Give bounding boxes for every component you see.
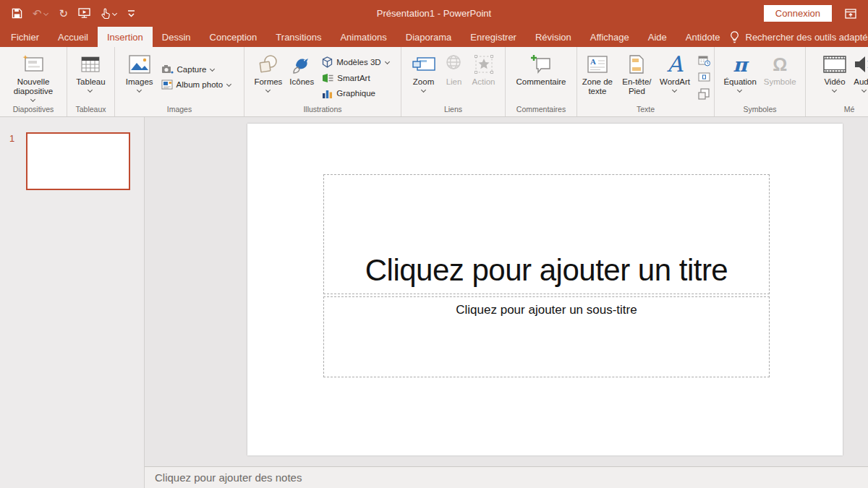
group-label-symboles: Symboles: [715, 105, 805, 116]
photo-album-button[interactable]: Album photo: [159, 78, 235, 91]
tab-revision[interactable]: Révision: [526, 27, 581, 47]
powerpoint-window: ↶ ↻ Présentation1 - PowerPoint Connexion…: [0, 0, 868, 488]
group-media: Vidéo Audio Mé: [806, 47, 868, 116]
tell-me-search[interactable]: Rechercher des outils adaptés: [730, 27, 868, 47]
start-slideshow-icon[interactable]: [78, 8, 90, 19]
group-label-images: Images: [115, 105, 244, 116]
save-icon[interactable]: [12, 8, 22, 19]
tab-antidote[interactable]: Antidote: [676, 27, 730, 47]
slide-number: 1: [9, 133, 14, 144]
audio-button[interactable]: Audio: [850, 49, 868, 105]
tab-conception[interactable]: Conception: [200, 27, 267, 47]
3d-models-button[interactable]: Modèles 3D: [320, 55, 392, 69]
table-label: Tableau: [76, 77, 105, 87]
shapes-button[interactable]: Formes: [250, 49, 286, 105]
notes-placeholder-text: Cliquez pour ajouter des notes: [155, 471, 302, 484]
comment-button[interactable]: Commentaire: [512, 49, 569, 105]
slide-thumbnail-panel[interactable]: 1: [0, 117, 145, 488]
icons-button[interactable]: Icônes: [286, 49, 318, 105]
pi-equation-icon: π: [733, 51, 747, 77]
tab-accueil[interactable]: Accueil: [48, 27, 98, 47]
group-label-diapositives: Diapositives: [0, 105, 67, 116]
svg-text:A: A: [590, 57, 596, 66]
slide-canvas[interactable]: Cliquez pour ajouter un titre Cliquez po…: [247, 124, 843, 455]
group-label-liens: Liens: [401, 105, 505, 116]
slide-number-button[interactable]: [697, 71, 711, 84]
connexion-button[interactable]: Connexion: [764, 5, 832, 22]
chart-button[interactable]: Graphique: [320, 87, 392, 100]
tab-transitions[interactable]: Transitions: [266, 27, 331, 47]
tab-diaporama[interactable]: Diaporama: [396, 27, 461, 47]
equation-label: Équation: [723, 77, 756, 87]
group-texte: A Zone de texte En-tête/ Pied A WordArt: [577, 47, 715, 116]
text-box-button[interactable]: A Zone de texte: [577, 49, 618, 105]
dropdown-chevron-icon: [832, 88, 838, 93]
video-button[interactable]: Vidéo: [820, 49, 850, 105]
images-button[interactable]: Images: [122, 49, 157, 105]
redo-icon[interactable]: ↻: [59, 8, 69, 19]
group-label-media: Mé: [806, 105, 868, 116]
slide-editor: Cliquez pour ajouter un titre Cliquez po…: [145, 117, 868, 488]
smartart-button[interactable]: SmartArt: [320, 72, 392, 85]
title-placeholder[interactable]: Cliquez pour ajouter un titre: [323, 174, 770, 294]
main-area: 1 Cliquez pour ajouter un titre Cliquez …: [0, 117, 868, 488]
group-label-tableaux: Tableaux: [67, 105, 114, 116]
title-placeholder-text: Cliquez pour ajouter un titre: [365, 253, 728, 288]
wordart-icon: A: [667, 51, 683, 77]
dropdown-chevron-icon: [30, 98, 36, 102]
dropdown-chevron-icon: [226, 82, 232, 87]
capture-button[interactable]: Capture: [159, 63, 235, 76]
link-label: Lien: [446, 77, 462, 87]
3d-cube-icon: [322, 56, 333, 68]
zoom-label: Zoom: [413, 77, 434, 87]
new-slide-label: Nouvelle diapositive: [4, 77, 63, 96]
dropdown-chevron-icon: [421, 88, 427, 93]
date-time-button[interactable]: [697, 54, 711, 67]
ribbon-tabs: Fichier Accueil Insertion Dessin Concept…: [0, 27, 730, 47]
touch-mouse-mode-icon[interactable]: [101, 8, 118, 19]
header-footer-icon: [629, 51, 644, 77]
undo-icon: ↶: [33, 8, 49, 19]
zoom-button[interactable]: Zoom: [408, 49, 440, 105]
chart-label: Graphique: [336, 89, 375, 98]
tab-insertion[interactable]: Insertion: [98, 27, 153, 47]
tab-aide[interactable]: Aide: [639, 27, 676, 47]
notes-pane[interactable]: Cliquez pour ajouter des notes: [145, 466, 868, 488]
ribbon-display-options-icon[interactable]: [845, 9, 856, 19]
screenshot-camera-icon: [161, 64, 174, 74]
wordart-label: WordArt: [660, 77, 690, 87]
subtitle-placeholder[interactable]: Cliquez pour ajouter un sous-titre: [323, 296, 770, 377]
photo-album-label: Album photo: [176, 80, 224, 89]
group-label-illustrations: Illustrations: [244, 105, 401, 116]
dropdown-chevron-icon: [43, 12, 49, 16]
customize-qat-icon[interactable]: [128, 9, 135, 18]
slide-1-thumbnail[interactable]: [26, 132, 130, 190]
symbol-button: Ω Symbole: [760, 49, 800, 105]
bar-chart-icon: [322, 88, 333, 98]
omega-symbol-icon: Ω: [773, 51, 787, 77]
table-button[interactable]: Tableau: [72, 49, 109, 105]
ribbon: Nouvelle diapositive Diapositives Tablea…: [0, 47, 868, 117]
tab-fichier[interactable]: Fichier: [1, 27, 48, 47]
tab-enregistrer[interactable]: Enregistrer: [461, 27, 526, 47]
tab-dessin[interactable]: Dessin: [153, 27, 200, 47]
object-button[interactable]: [697, 87, 711, 100]
dropdown-chevron-icon: [385, 60, 391, 64]
shapes-icon: [258, 51, 279, 77]
dropdown-chevron-icon: [672, 88, 678, 93]
tell-me-label: Rechercher des outils adaptés: [746, 32, 868, 43]
wordart-button[interactable]: A WordArt: [656, 49, 694, 105]
text-box-icon: A: [587, 51, 608, 77]
header-footer-button[interactable]: En-tête/ Pied: [618, 49, 656, 105]
bird-icon: [291, 51, 312, 77]
equation-button[interactable]: π Équation: [720, 49, 760, 105]
comment-bubble-icon: [529, 51, 553, 77]
smartart-label: SmartArt: [337, 74, 370, 82]
tab-affichage[interactable]: Affichage: [581, 27, 639, 47]
subtitle-placeholder-text: Cliquez pour ajouter un sous-titre: [456, 303, 637, 317]
tab-animations[interactable]: Animations: [331, 27, 396, 47]
link-button: Lien: [440, 49, 469, 105]
new-slide-button[interactable]: Nouvelle diapositive: [0, 49, 67, 105]
symbol-label: Symbole: [764, 77, 796, 87]
slide-canvas-area: Cliquez pour ajouter un titre Cliquez po…: [145, 117, 868, 466]
